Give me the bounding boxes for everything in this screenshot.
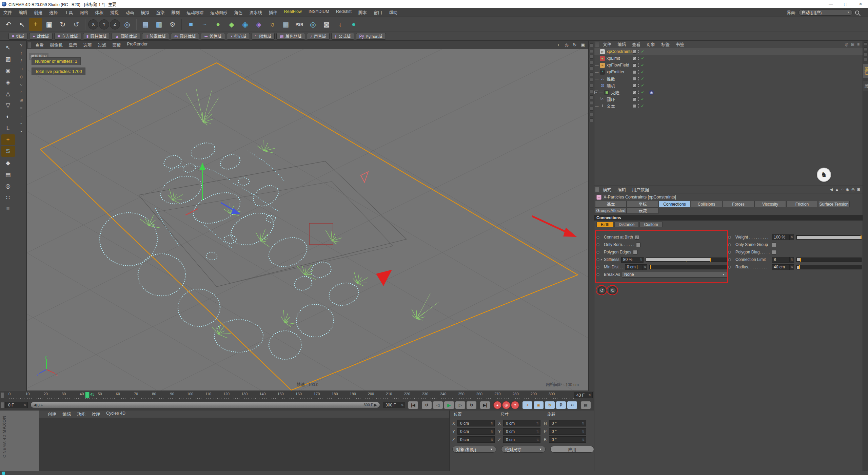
python-field-button[interactable]: PyPython域	[356, 33, 386, 40]
tab-Connections[interactable]: Connections	[659, 201, 690, 207]
dock-icon-2[interactable]	[864, 48, 867, 51]
value-field[interactable]: 0 cm⇅	[625, 264, 647, 270]
enabled-check-icon[interactable]: ✓	[641, 56, 644, 61]
om-menu-文件[interactable]: 文件	[600, 41, 614, 48]
animation-dot-icon[interactable]	[596, 258, 599, 261]
small-tool-arrow[interactable]: ↑	[18, 50, 25, 57]
slider-track[interactable]	[646, 258, 727, 262]
viewport-menu-摄像机[interactable]: 摄像机	[47, 42, 66, 48]
field-icon[interactable]: ◈	[252, 18, 265, 31]
minimize-button[interactable]: —	[823, 0, 838, 8]
viewport-menu-ProRender[interactable]: ProRender	[124, 42, 151, 48]
layer-swatch-icon[interactable]	[633, 77, 636, 81]
am-pick-icon[interactable]: ▲	[835, 187, 839, 192]
shader-field-button[interactable]: ▩着色器域	[276, 33, 305, 40]
om-menu-对象[interactable]: 对象	[644, 41, 658, 48]
record-key-button[interactable]: ●	[493, 401, 501, 409]
animation-dot-icon[interactable]	[728, 243, 731, 246]
menu-窗口[interactable]: 窗口	[370, 9, 386, 16]
animation-dot-icon[interactable]	[728, 236, 731, 239]
lock-x-icon[interactable]: X	[88, 19, 98, 30]
palette-icon-4[interactable]	[590, 61, 593, 64]
om-menu-书签[interactable]: 书签	[673, 41, 687, 48]
panel-handle[interactable]	[451, 412, 453, 417]
viewport-menu-显示[interactable]: 显示	[66, 42, 80, 48]
tab-Friction[interactable]: Friction	[786, 201, 818, 207]
material-menu-纹理[interactable]: 纹理	[88, 411, 103, 417]
menu-体积[interactable]: 体积	[92, 9, 107, 16]
layout-select[interactable]: 启动 (用户)▼	[798, 10, 853, 16]
tab-Groups Affected[interactable]: Groups Affected	[595, 207, 627, 214]
menu-运动图形[interactable]: 运动图形	[207, 9, 231, 16]
enabled-check-icon[interactable]: ✓	[641, 63, 644, 68]
autokey-button[interactable]: ◎	[502, 401, 510, 409]
panel-handle[interactable]	[2, 34, 6, 39]
viewport-menu-面板[interactable]: 面板	[110, 42, 124, 48]
volume-icon[interactable]: ◉	[239, 18, 252, 31]
palette-icon-9[interactable]	[590, 90, 593, 93]
coord-field-0-X[interactable]: 0 cm⇅	[457, 420, 495, 426]
goto-end-button[interactable]: ▶|	[480, 401, 490, 409]
search-icon[interactable]	[855, 11, 859, 15]
enabled-check-icon[interactable]: ✓	[641, 76, 644, 81]
tool-move[interactable]: +	[1, 134, 15, 145]
menu-文件[interactable]: 文件	[0, 9, 15, 16]
key-scale-toggle[interactable]: ▣	[533, 401, 544, 409]
om-menu-编辑[interactable]: 编辑	[614, 41, 629, 48]
light-icon[interactable]: ☼	[266, 18, 279, 31]
am-lock-icon[interactable]: ◉	[846, 187, 849, 192]
coord-field-2-B[interactable]: 0 °⇅	[549, 436, 586, 443]
visibility-dots[interactable]	[638, 70, 639, 74]
preview-range-slider[interactable]: ◀ 0 F 300 F ▶	[31, 402, 380, 408]
small-tool-circle[interactable]: ○	[18, 81, 25, 88]
menu-插件[interactable]: 插件	[265, 9, 281, 16]
coord-system-icon[interactable]: ◎	[121, 18, 134, 31]
visibility-dots[interactable]	[638, 56, 639, 60]
object-row-xpFlowField[interactable]: —≈xpFlowField✓	[594, 62, 863, 69]
insydium-update-icon[interactable]: ↓	[334, 18, 347, 31]
animation-dot-icon[interactable]	[728, 251, 731, 254]
visibility-dots[interactable]	[638, 50, 639, 54]
box-field-button[interactable]: ■立方体域	[54, 33, 81, 40]
layer-swatch-icon[interactable]	[633, 84, 636, 88]
palette-icon-3[interactable]	[590, 55, 593, 59]
radial-field-button[interactable]: ◑径向域	[227, 33, 250, 40]
tool-select[interactable]: ↖	[1, 42, 15, 53]
cone-field-button[interactable]: ▲圆锥体域	[112, 33, 140, 40]
realflow-icon[interactable]: ●	[347, 18, 360, 31]
visibility-dots[interactable]	[638, 97, 639, 101]
checkbox-unchecked[interactable]	[772, 243, 776, 247]
palette-icon-1[interactable]	[590, 43, 593, 47]
palette-icon-7[interactable]	[590, 78, 593, 82]
prev-frame-button[interactable]: ◁	[433, 401, 443, 409]
play-button[interactable]: ▶	[444, 401, 454, 409]
enabled-check-icon[interactable]: ✓	[641, 49, 644, 54]
value-field[interactable]: 100 %⇅	[772, 234, 794, 240]
viewport-menu-查看[interactable]: 查看	[32, 42, 47, 48]
undo-icon[interactable]: ↶	[2, 18, 15, 31]
palette-icon-2[interactable]	[590, 49, 593, 53]
object-name[interactable]: 随机	[607, 82, 615, 89]
panel-handle[interactable]	[28, 42, 31, 48]
dock-icon-1[interactable]	[864, 42, 867, 46]
coord-field-0-Z[interactable]: 0 cm⇅	[457, 436, 495, 443]
next-frame-button[interactable]: ▷	[455, 401, 466, 409]
small-tool-scatter[interactable]: ∴	[18, 89, 25, 96]
coord-field-0-Y[interactable]: 0 cm⇅	[457, 428, 495, 435]
panel-handle[interactable]	[40, 412, 44, 417]
dock-icon-4[interactable]	[864, 58, 867, 61]
random-field-button[interactable]: ∷随机域	[252, 33, 275, 40]
object-row-文本[interactable]: —I文本✓	[594, 102, 863, 109]
render-view-icon[interactable]: ▤	[139, 18, 152, 31]
om-search-icon[interactable]: ◎	[845, 42, 848, 47]
vp-toggle-icon[interactable]: ▣	[579, 42, 586, 48]
layer-swatch-icon[interactable]	[633, 70, 636, 74]
key-pla-toggle[interactable]: ∷	[567, 401, 577, 409]
am-menu-用户数据[interactable]: 用户数据	[629, 186, 652, 193]
tool-stamp[interactable]: ◉	[1, 65, 15, 76]
slider-track[interactable]	[796, 258, 862, 262]
panel-handle[interactable]	[595, 187, 599, 192]
menu-Redshift[interactable]: Redshift	[333, 9, 355, 16]
tab-衰减[interactable]: 衰减	[627, 207, 658, 214]
psr-icon[interactable]: PSR	[293, 18, 306, 31]
